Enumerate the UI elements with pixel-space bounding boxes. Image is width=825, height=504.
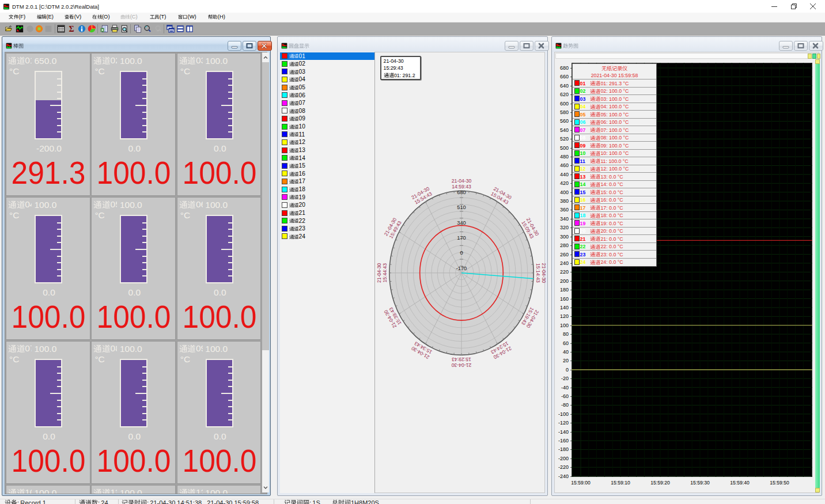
svg-text:21-04-30: 21-04-30 xyxy=(452,362,472,368)
svg-text:680: 680 xyxy=(457,190,466,195)
svg-text:21-04-30: 21-04-30 xyxy=(541,263,547,283)
svg-text:0: 0 xyxy=(460,250,463,256)
svg-text:15:14:43: 15:14:43 xyxy=(535,263,541,283)
svg-text:340: 340 xyxy=(457,220,466,226)
svg-text:21-04-30: 21-04-30 xyxy=(376,263,382,283)
svg-text:14:59:43: 14:59:43 xyxy=(452,184,471,190)
svg-text:170: 170 xyxy=(457,235,466,241)
svg-text:15:29:43: 15:29:43 xyxy=(452,357,471,362)
svg-text:510: 510 xyxy=(457,204,466,210)
svg-text:Σ: Σ xyxy=(69,25,74,33)
svg-text:-170: -170 xyxy=(456,266,467,271)
svg-text:21-04-30: 21-04-30 xyxy=(452,178,472,184)
svg-text:15:44:43: 15:44:43 xyxy=(382,263,388,283)
